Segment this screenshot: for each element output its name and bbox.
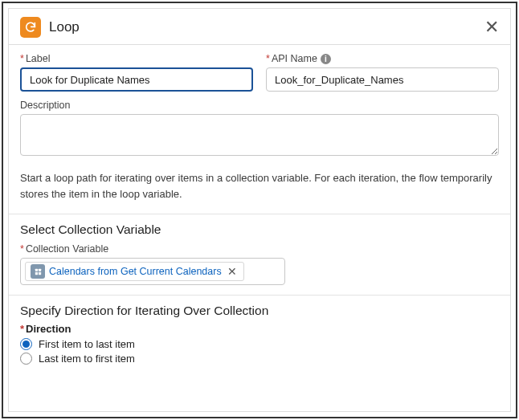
direction-option-last-label: Last item to first item: [39, 353, 135, 365]
collection-section: Collection Variable Calendars from Get C…: [9, 240, 510, 295]
svg-rect-1: [38, 269, 40, 271]
direction-option-last[interactable]: Last item to first item: [20, 353, 499, 365]
collection-pill-text: Calendars from Get Current Calendars: [49, 266, 222, 277]
basic-fields: Label API Namei Description: [9, 45, 510, 167]
direction-section-title: Specify Direction for Iterating Over Col…: [9, 296, 510, 321]
api-name-label: API Namei: [266, 53, 499, 64]
loop-modal: Loop ✕ Label API Namei Description Start…: [2, 2, 517, 418]
api-name-field: API Namei: [266, 53, 499, 92]
label-field: Label: [20, 53, 253, 92]
description-field: Description: [20, 100, 499, 156]
loop-icon: [20, 17, 41, 38]
modal-title: Loop: [49, 19, 484, 35]
info-icon[interactable]: i: [321, 54, 331, 64]
direction-group: Direction First item to last item Last i…: [9, 321, 510, 375]
modal-inner: Loop ✕ Label API Namei Description Start…: [8, 8, 511, 412]
collection-section-title: Select Collection Variable: [9, 214, 510, 240]
direction-radio-first[interactable]: [20, 338, 32, 350]
api-name-input[interactable]: [266, 67, 499, 92]
help-text: Start a loop path for iterating over ite…: [9, 167, 510, 214]
description-label: Description: [20, 100, 499, 111]
remove-pill-button[interactable]: ✕: [226, 265, 239, 278]
svg-rect-0: [35, 269, 37, 271]
direction-option-first[interactable]: First item to last item: [20, 338, 499, 350]
collection-variable-label: Collection Variable: [20, 243, 499, 255]
svg-rect-3: [38, 272, 40, 275]
collection-pill: Calendars from Get Current Calendars ✕: [25, 262, 244, 281]
record-collection-icon: [31, 264, 45, 279]
direction-label: Direction: [20, 323, 499, 335]
close-button[interactable]: ✕: [484, 18, 499, 36]
description-input[interactable]: [20, 114, 499, 156]
direction-radio-last[interactable]: [20, 353, 32, 365]
collection-variable-input[interactable]: Calendars from Get Current Calendars ✕: [20, 258, 285, 285]
modal-header: Loop ✕: [9, 9, 510, 44]
direction-option-first-label: First item to last item: [39, 338, 135, 350]
label-input[interactable]: [20, 67, 253, 92]
label-field-label: Label: [20, 53, 253, 64]
svg-rect-2: [35, 272, 37, 275]
